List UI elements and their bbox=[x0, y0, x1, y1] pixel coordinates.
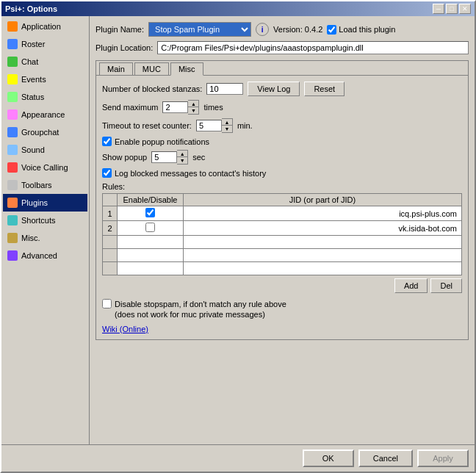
wiki-link[interactable]: Wiki (Online) bbox=[102, 325, 148, 333]
voice-icon bbox=[7, 162, 18, 173]
send-max-suffix: times bbox=[203, 103, 223, 112]
row2-enable[interactable] bbox=[118, 221, 184, 236]
toolbars-icon bbox=[7, 179, 18, 191]
log-blocked-row: Log blocked messages to contact's histor… bbox=[102, 168, 462, 178]
close-button[interactable]: ✕ bbox=[459, 4, 471, 14]
sidebar-label-advanced: Advanced bbox=[21, 251, 57, 260]
plugin-name-label: Plugin Name: bbox=[95, 25, 144, 34]
plugin-name-select[interactable]: Stop Spam Plugin bbox=[148, 22, 251, 37]
blocked-stanzas-input[interactable] bbox=[206, 83, 243, 95]
sidebar-item-roster[interactable]: Roster bbox=[3, 35, 87, 53]
col-enable-header: Enable/Disable bbox=[118, 194, 184, 206]
info-button[interactable]: i bbox=[256, 23, 269, 36]
disable-stopspam-checkbox[interactable] bbox=[102, 299, 112, 308]
disable-stopspam-sub: (does not work for muc private messages) bbox=[115, 309, 286, 319]
apply-button[interactable]: Apply bbox=[417, 449, 469, 467]
sidebar-item-shortcuts[interactable]: Shortcuts bbox=[3, 212, 87, 229]
roster-icon bbox=[7, 38, 18, 50]
row2-checkbox[interactable] bbox=[145, 223, 155, 232]
show-popup-up[interactable]: ▲ bbox=[177, 151, 187, 157]
content-area: Application Roster Chat Events Status Ap… bbox=[1, 16, 475, 444]
del-rule-button[interactable]: Del bbox=[430, 278, 462, 293]
table-row-empty1 bbox=[103, 236, 462, 249]
table-row-empty2 bbox=[103, 249, 462, 262]
advanced-icon bbox=[7, 250, 18, 261]
enable-popup-checkbox[interactable] bbox=[102, 137, 112, 146]
row1-enable[interactable] bbox=[118, 206, 184, 221]
sidebar-item-events[interactable]: Events bbox=[3, 71, 87, 88]
sidebar-item-groupchat[interactable]: Groupchat bbox=[3, 123, 87, 141]
col-num-header bbox=[103, 194, 118, 206]
sidebar-item-toolbars[interactable]: Toolbars bbox=[3, 176, 87, 194]
empty2-jid bbox=[184, 249, 462, 262]
table-row: 2 vk.isida-bot.com bbox=[103, 221, 462, 236]
minimize-button[interactable]: ─ bbox=[433, 4, 444, 14]
table-row: 1 icq.psi-plus.com bbox=[103, 206, 462, 221]
cancel-button[interactable]: Cancel bbox=[358, 449, 413, 467]
sidebar-item-misc[interactable]: Misc. bbox=[3, 229, 87, 247]
sidebar-item-application[interactable]: Application bbox=[3, 18, 87, 35]
sidebar-item-status[interactable]: Status bbox=[3, 88, 87, 106]
sidebar-item-sound[interactable]: Sound bbox=[3, 141, 87, 159]
misc-icon bbox=[7, 232, 18, 244]
view-log-button[interactable]: View Log bbox=[248, 82, 300, 96]
disable-stopspam-text: Disable stopspam, if don't match any rul… bbox=[115, 299, 286, 320]
empty3-num bbox=[103, 262, 118, 275]
title-bar-buttons: ─ □ ✕ bbox=[433, 4, 471, 14]
log-blocked-checkbox[interactable] bbox=[102, 168, 112, 178]
rules-buttons: Add Del bbox=[102, 278, 462, 293]
disable-stopspam-label: Disable stopspam, if don't match any rul… bbox=[115, 299, 286, 309]
sidebar-item-appearance[interactable]: Appearance bbox=[3, 106, 87, 123]
empty2-num bbox=[103, 249, 118, 262]
window-title: Psi+: Options bbox=[5, 4, 57, 13]
send-max-down[interactable]: ▼ bbox=[188, 107, 198, 114]
main-window: Psi+: Options ─ □ ✕ Application Roster C… bbox=[0, 0, 476, 473]
timeout-up[interactable]: ▲ bbox=[222, 119, 232, 126]
location-input[interactable] bbox=[157, 41, 469, 54]
tab-misc[interactable]: Misc bbox=[170, 62, 203, 76]
row1-checkbox[interactable] bbox=[145, 208, 155, 217]
log-blocked-label: Log blocked messages to contact's histor… bbox=[115, 169, 266, 178]
maximize-button[interactable]: □ bbox=[446, 4, 458, 14]
empty2-enable bbox=[118, 249, 184, 262]
sidebar-item-voice-calling[interactable]: Voice Calling bbox=[3, 159, 87, 176]
empty3-jid bbox=[184, 262, 462, 275]
add-rule-button[interactable]: Add bbox=[394, 278, 428, 293]
timeout-down[interactable]: ▼ bbox=[222, 126, 232, 132]
sidebar-label-events: Events bbox=[21, 75, 46, 84]
sidebar-label-groupchat: Groupchat bbox=[21, 128, 59, 137]
row1-jid: icq.psi-plus.com bbox=[184, 206, 462, 221]
timeout-label: Timeout to reset counter: bbox=[102, 121, 192, 130]
row2-num: 2 bbox=[103, 221, 118, 236]
show-popup-suffix: sec bbox=[192, 153, 205, 162]
reset-button[interactable]: Reset bbox=[304, 82, 345, 96]
rules-label: Rules: bbox=[102, 182, 462, 191]
table-row-empty3 bbox=[103, 262, 462, 275]
sidebar-item-plugins[interactable]: Plugins bbox=[3, 194, 87, 212]
tab-muc[interactable]: MUC bbox=[134, 62, 169, 75]
sidebar-item-advanced[interactable]: Advanced bbox=[3, 247, 87, 264]
sidebar-label-shortcuts: Shortcuts bbox=[21, 216, 55, 225]
timeout-row: Timeout to reset counter: ▲ ▼ min. bbox=[102, 118, 462, 133]
timeout-spinner-buttons: ▲ ▼ bbox=[222, 118, 233, 133]
location-label: Plugin Location: bbox=[95, 43, 153, 52]
load-plugin-checkbox[interactable] bbox=[327, 25, 336, 35]
timeout-input[interactable] bbox=[196, 120, 222, 131]
blocked-stanzas-label: Number of blocked stanzas: bbox=[102, 84, 202, 93]
send-max-up[interactable]: ▲ bbox=[188, 101, 198, 107]
send-max-input[interactable] bbox=[162, 101, 188, 113]
ok-button[interactable]: OK bbox=[303, 449, 354, 467]
show-popup-spinner-buttons: ▲ ▼ bbox=[177, 150, 188, 165]
sidebar-label-voice-calling: Voice Calling bbox=[21, 163, 68, 172]
tab-main[interactable]: Main bbox=[99, 62, 133, 75]
app-icon bbox=[7, 21, 18, 32]
rules-section: Rules: Enable/Disable JID (or part of JI… bbox=[102, 182, 462, 293]
misc-tab-content: Number of blocked stanzas: View Log Rese… bbox=[96, 76, 468, 339]
show-popup-down[interactable]: ▼ bbox=[177, 157, 187, 164]
status-icon bbox=[7, 91, 18, 103]
show-popup-input[interactable] bbox=[151, 151, 177, 163]
events-icon bbox=[7, 73, 18, 85]
empty1-num bbox=[103, 236, 118, 249]
sidebar-item-chat[interactable]: Chat bbox=[3, 53, 87, 71]
wiki-link-container: Wiki (Online) bbox=[102, 325, 462, 333]
